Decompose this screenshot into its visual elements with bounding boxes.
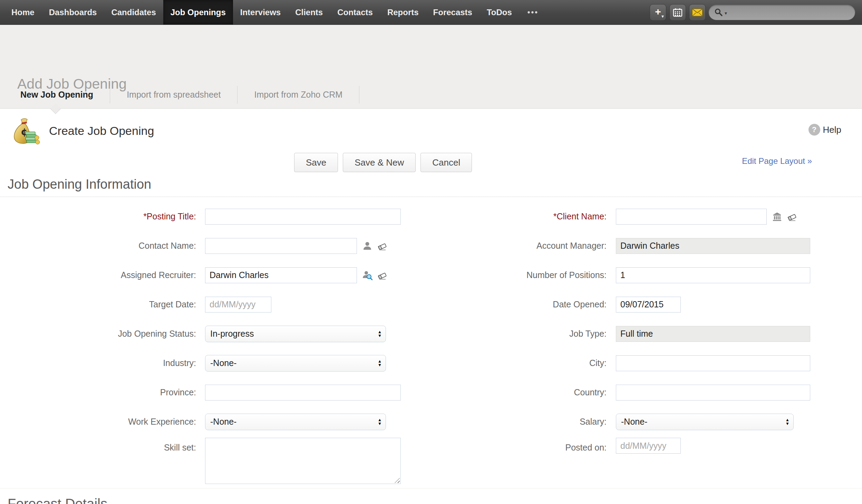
- city-input[interactable]: [616, 355, 810, 371]
- select-spinner-icon: ▲▼: [785, 418, 790, 426]
- tab-import-from-zoho-crm[interactable]: Import from Zoho CRM: [238, 81, 359, 108]
- work-experience-value: -None-: [210, 417, 236, 427]
- main-content: ¢ Create Job Opening ? Help Save Save & …: [0, 109, 862, 504]
- job-type-label: Job Type:: [431, 329, 616, 339]
- form-row: Province:: [0, 378, 431, 407]
- mail-button[interactable]: [689, 4, 706, 21]
- skill-set-label: Skill set:: [0, 436, 205, 453]
- job-type-field: Full time: [616, 326, 810, 342]
- organization-icon[interactable]: [772, 211, 782, 222]
- money-bag-icon: ¢: [11, 116, 40, 145]
- form-row: City:: [431, 348, 862, 378]
- section-title-forecast-details: Forecast Details: [0, 496, 862, 504]
- quick-add-button[interactable]: + ▾: [650, 4, 666, 21]
- cancel-button[interactable]: Cancel: [420, 153, 472, 172]
- select-spinner-icon: ▲▼: [378, 359, 382, 367]
- form-column-right: *Client Name:: [431, 202, 862, 488]
- contact-name-label: Contact Name:: [0, 241, 205, 251]
- nav-item-candidates[interactable]: Candidates: [104, 0, 163, 24]
- section-title-job-opening-information: Job Opening Information: [0, 177, 862, 197]
- nav-more-button[interactable]: •••: [519, 0, 547, 24]
- tab-import-from-spreadsheet[interactable]: Import from spreadsheet: [110, 81, 237, 108]
- global-search-box[interactable]: ▾: [709, 5, 855, 20]
- contact-name-input[interactable]: [205, 238, 357, 254]
- help-icon: ?: [808, 124, 820, 136]
- eraser-icon[interactable]: [377, 241, 387, 251]
- calendar-button[interactable]: [669, 4, 686, 21]
- eraser-icon[interactable]: [377, 270, 387, 280]
- target-date-label: Target Date:: [0, 299, 205, 309]
- form-row: Posted on:: [431, 436, 862, 488]
- help-label: Help: [823, 125, 841, 135]
- client-name-input[interactable]: [616, 209, 767, 225]
- posting-title-input[interactable]: [205, 209, 401, 225]
- date-opened-input[interactable]: [616, 297, 681, 313]
- magnifier-icon: [714, 8, 723, 17]
- top-navigation-bar: Home Dashboards Candidates Job Openings …: [0, 0, 862, 25]
- tab-divider: [359, 86, 359, 103]
- posting-title-label: *Posting Title:: [0, 211, 205, 221]
- target-date-input[interactable]: [205, 297, 271, 313]
- date-opened-label: Date Opened:: [431, 299, 616, 309]
- skill-set-textarea[interactable]: [205, 438, 401, 484]
- person-icon[interactable]: [362, 241, 372, 251]
- form-row: Industry: -None- ▲▼: [0, 348, 431, 378]
- form-column-left: *Posting Title: Contact Name:: [0, 202, 431, 488]
- form-row: *Posting Title:: [0, 202, 431, 231]
- form-row: Account Manager: Darwin Charles: [431, 231, 862, 260]
- country-input[interactable]: [616, 385, 810, 401]
- edit-page-layout-link[interactable]: Edit Page Layout »: [742, 156, 812, 166]
- select-spinner-icon: ▲▼: [378, 418, 382, 426]
- assigned-recruiter-label: Assigned Recruiter:: [0, 270, 205, 280]
- nav-item-forecasts[interactable]: Forecasts: [426, 0, 480, 24]
- tab-bar: New Job Opening Import from spreadsheet …: [0, 81, 862, 109]
- form-row: Number of Positions:: [431, 260, 862, 290]
- account-manager-label: Account Manager:: [431, 241, 616, 251]
- posted-on-label: Posted on:: [431, 436, 616, 453]
- nav-item-job-openings[interactable]: Job Openings: [163, 0, 233, 24]
- nav-item-contacts[interactable]: Contacts: [330, 0, 380, 24]
- save-button[interactable]: Save: [294, 153, 338, 172]
- form-row: Job Opening Status: In-progress ▲▼: [0, 319, 431, 348]
- client-name-label: *Client Name:: [431, 211, 616, 221]
- create-job-opening-title: Create Job Opening: [49, 124, 154, 138]
- eraser-icon[interactable]: [787, 211, 797, 222]
- job-opening-status-label: Job Opening Status:: [0, 329, 205, 339]
- assigned-recruiter-input[interactable]: [205, 267, 357, 283]
- province-input[interactable]: [205, 385, 401, 401]
- account-manager-field: Darwin Charles: [616, 238, 810, 254]
- industry-select[interactable]: -None- ▲▼: [205, 355, 386, 372]
- global-search-input[interactable]: [728, 6, 852, 19]
- job-opening-status-value: In-progress: [210, 329, 254, 339]
- nav-item-clients[interactable]: Clients: [288, 0, 330, 24]
- calendar-icon: [672, 7, 683, 18]
- salary-value: -None-: [621, 417, 647, 427]
- industry-value: -None-: [210, 358, 236, 368]
- page-header-zone: Add Job Opening New Job Opening Import f…: [0, 25, 862, 109]
- work-experience-label: Work Experience:: [0, 417, 205, 427]
- help-link[interactable]: ? Help: [808, 124, 841, 136]
- job-opening-status-select[interactable]: In-progress ▲▼: [205, 326, 386, 342]
- nav-item-interviews[interactable]: Interviews: [233, 0, 288, 24]
- form-actions: Save Save & New Cancel Edit Page Layout …: [0, 153, 862, 174]
- envelope-icon: [692, 8, 703, 17]
- form-row: *Client Name:: [431, 202, 862, 231]
- province-label: Province:: [0, 387, 205, 397]
- caret-down-icon: ▾: [725, 11, 727, 16]
- form-row: Salary: -None- ▲▼: [431, 407, 862, 436]
- save-and-new-button[interactable]: Save & New: [343, 153, 416, 172]
- posted-on-input[interactable]: [616, 438, 681, 454]
- record-header: ¢ Create Job Opening ? Help: [0, 109, 862, 153]
- salary-select[interactable]: -None- ▲▼: [616, 414, 794, 430]
- app-window: Home Dashboards Candidates Job Openings …: [0, 0, 862, 504]
- work-experience-select[interactable]: -None- ▲▼: [205, 414, 386, 430]
- number-of-positions-input[interactable]: [616, 267, 810, 283]
- form-row: Job Type: Full time: [431, 319, 862, 348]
- nav-item-dashboards[interactable]: Dashboards: [42, 0, 104, 24]
- nav-item-todos[interactable]: ToDos: [480, 0, 519, 24]
- salary-label: Salary:: [431, 417, 616, 427]
- nav-item-home[interactable]: Home: [4, 0, 42, 24]
- caret-down-icon: ▾: [661, 14, 664, 19]
- nav-item-reports[interactable]: Reports: [380, 0, 426, 24]
- person-lookup-icon[interactable]: [362, 270, 372, 280]
